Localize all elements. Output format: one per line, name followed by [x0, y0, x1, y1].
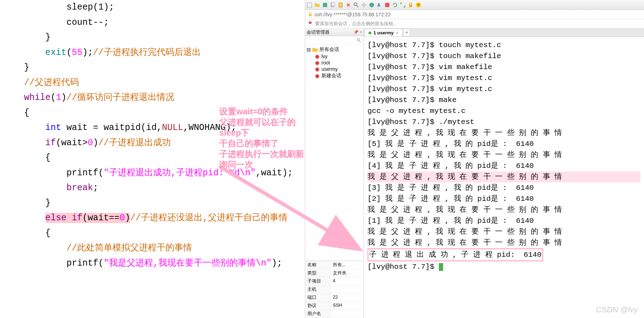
svg-rect-1	[323, 3, 327, 7]
term-line: 我 是 父 进 程 , 我 现 在 要 干 一 些 别 的 事 情	[367, 226, 640, 237]
code-line: {	[3, 151, 302, 166]
term-line: [lvy@host 7.7]$ touch makefile	[367, 51, 640, 62]
term-line: 子 进 程 退 出 成 功 , 子 进 程 pid: 6140	[367, 248, 640, 261]
copy-icon[interactable]	[330, 2, 336, 8]
term-line: 我 是 父 进 程 , 我 现 在 要 干 一 些 别 的 事 情	[367, 237, 640, 248]
fullscreen-icon[interactable]	[400, 2, 406, 8]
code-line: }	[3, 196, 302, 211]
term-line: [3] 我 是 子 进 程 , 我 的 pid是 : 6140	[367, 182, 640, 193]
lock-toolbar-icon[interactable]	[408, 2, 413, 8]
svg-rect-4	[339, 3, 342, 7]
svg-point-7	[370, 3, 374, 7]
term-line: 我 是 父 进 程 , 我 现 在 要 干 一 些 别 的 事 情	[367, 127, 640, 138]
tree-item-lvy[interactable]: ◉lvy	[307, 53, 362, 59]
term-line: 我 是 父 进 程 , 我 现 在 要 干 一 些 别 的 事 情	[367, 149, 640, 160]
tab-label: 1 usermy	[373, 30, 394, 35]
ssh-client-panel: A ? ssh://lvy:*******@159.75.88.172:22 要…	[305, 0, 644, 318]
term-line: [lvy@host 7.7]$ ./mytest	[367, 117, 640, 127]
terminal-cursor	[439, 263, 443, 271]
term-line: [5] 我 是 子 进 程 , 我 的 pid是 : 6140	[367, 138, 640, 149]
address-text: ssh://lvy:*******@159.75.88.172:22	[314, 12, 391, 17]
svg-rect-3	[332, 2, 335, 6]
tree-root[interactable]: ⊟ 所有会话	[307, 46, 362, 53]
term-line: [lvy@host 7.7]$ vim makefile	[367, 62, 640, 73]
hint-text: 要添加当前会话，点击左侧的箭头按钮。	[315, 21, 398, 27]
tree-item-root[interactable]: ◉root	[307, 59, 362, 66]
hint-bar: 要添加当前会话，点击左侧的箭头按钮。	[305, 19, 644, 28]
watermark: CSDN @lvy	[596, 304, 638, 315]
font-icon[interactable]: A	[377, 2, 382, 8]
address-bar: ssh://lvy:*******@159.75.88.172:22	[305, 10, 644, 19]
refresh-icon[interactable]	[392, 2, 398, 8]
svg-rect-10	[409, 5, 412, 7]
tab-usermy[interactable]: 1 usermy ×	[365, 29, 402, 36]
code-line: }	[3, 30, 302, 45]
term-line: [lvy@host 7.7]$ vim mytest.c	[367, 73, 640, 84]
code-line: exit(55);//子进程执行完代码后退出	[3, 45, 302, 61]
code-line: {	[3, 226, 302, 241]
code-line: //此处简单模拟父进程干的事情	[3, 241, 302, 256]
term-line: 我 是 父 进 程 , 我 现 在 要 干 一 些 别 的 事 情	[367, 204, 640, 215]
tab-close-icon[interactable]: ×	[396, 30, 399, 36]
settings-icon[interactable]	[361, 2, 367, 8]
code-line: else if(wait==0)//子进程还没退出,父进程干自己的事情	[3, 211, 302, 226]
svg-rect-13	[309, 14, 312, 16]
code-line: }	[3, 60, 302, 75]
globe-icon[interactable]	[369, 2, 375, 8]
tab-bar: 1 usermy × +	[364, 28, 644, 37]
terminal-area: 1 usermy × + [lvy@host 7.7]$ touch mytes…	[364, 28, 644, 318]
session-sidebar: 会话管理器 📌 × ⊟ 所有会话 ◉lvy ◉root	[305, 28, 364, 318]
pin-icon[interactable]: 📌	[354, 30, 359, 34]
session-tree: ⊟ 所有会话 ◉lvy ◉root ◉usermy ◉新建会话	[305, 45, 364, 261]
code-line: while(1)//循坏访问子进程退出情况	[3, 90, 302, 106]
close-icon[interactable]: ×	[360, 30, 362, 34]
term-line: [lvy@host 7.7]$ vim mytest.c	[367, 84, 640, 95]
color-icon[interactable]	[384, 2, 390, 8]
toolbar: A ?	[305, 0, 644, 10]
lock-icon	[308, 12, 312, 17]
code-line: if(wait>0)//子进程退出成功	[3, 136, 302, 151]
sidebar-header: 会话管理器 📌 ×	[305, 28, 364, 36]
code-line: break;	[3, 181, 302, 196]
tab-status-dot	[369, 32, 371, 34]
code-line: printf("子进程退出成功,子进程pid: %d\n",wait);	[3, 166, 302, 181]
sidebar-search	[305, 36, 364, 45]
term-line: gcc -o mytest mytest.c	[367, 106, 640, 117]
svg-text:A: A	[377, 2, 381, 8]
code-line: int wait = waitpid(id,NULL,WNOHANG);	[3, 120, 302, 136]
save-icon[interactable]	[322, 2, 328, 8]
svg-point-14	[357, 38, 360, 41]
session-properties: 名称所有... 类型文件夹 子项目4 主机 端口22 协议SSH 用户名	[305, 261, 364, 318]
term-line: [2] 我 是 子 进 程 , 我 的 pid是 : 6140	[367, 193, 640, 204]
svg-text:?: ?	[417, 3, 420, 7]
svg-rect-0	[307, 3, 312, 7]
term-line: [lvy@host 7.7]$	[367, 261, 640, 272]
term-line: [4] 我 是 子 进 程 , 我 的 pid是 : 6140	[367, 160, 640, 171]
open-icon[interactable]	[314, 2, 320, 8]
paste-icon[interactable]	[338, 2, 343, 8]
term-line: [lvy@host 7.7]$ touch mytest.c	[367, 40, 640, 51]
term-line: 我 是 父 进 程 , 我 现 在 要 干 一 些 别 的 事 情	[367, 171, 640, 182]
tree-item-usermy[interactable]: ◉usermy	[307, 66, 362, 72]
tree-item-newsession[interactable]: ◉新建会话	[307, 72, 362, 79]
code-line: count--;	[3, 15, 302, 30]
code-line: sleep(1);	[3, 0, 302, 15]
svg-point-6	[363, 4, 365, 6]
code-editor[interactable]: sleep(1); count--; } exit(55);//子进程执行完代码…	[0, 0, 305, 318]
term-line: [1] 我 是 子 进 程 , 我 的 pid是 : 6140	[367, 215, 640, 226]
terminal[interactable]: [lvy@host 7.7]$ touch mytest.c [lvy@host…	[364, 37, 644, 318]
help-icon[interactable]: ?	[416, 2, 421, 8]
tab-add-button[interactable]: +	[403, 29, 410, 36]
svg-point-5	[354, 3, 357, 6]
cut-icon[interactable]	[346, 2, 351, 8]
term-line: [lvy@host 7.7]$ make	[367, 95, 640, 106]
code-line: {	[3, 106, 302, 121]
search-icon[interactable]	[353, 2, 359, 8]
flag-icon	[308, 21, 313, 26]
code-line: //父进程代码	[3, 75, 302, 91]
code-line: printf("我是父进程,我现在要干一些别的事情\n");	[3, 256, 302, 271]
svg-rect-9	[385, 3, 389, 7]
sidebar-title: 会话管理器	[307, 29, 330, 35]
new-icon[interactable]	[307, 2, 312, 8]
search-icon[interactable]	[356, 38, 361, 43]
